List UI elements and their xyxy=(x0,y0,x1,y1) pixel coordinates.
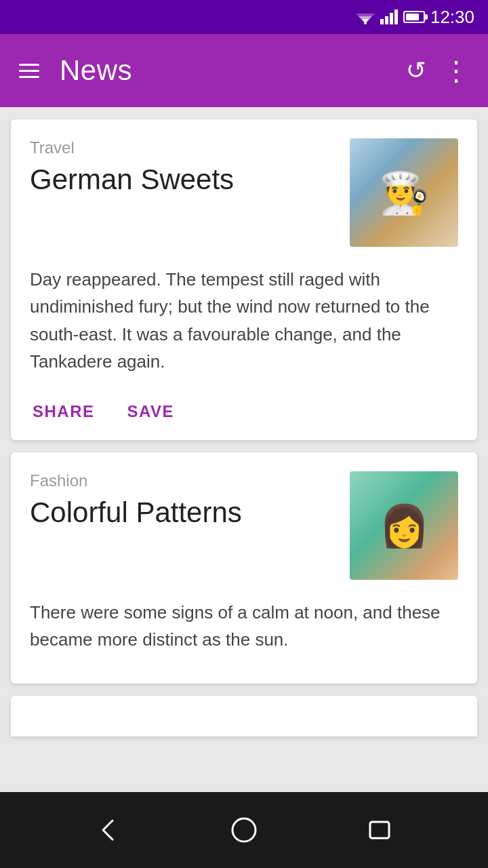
refresh-icon[interactable]: ↻ xyxy=(406,56,426,85)
card-category-1: Travel xyxy=(30,138,336,157)
card-thumbnail-1 xyxy=(350,138,458,247)
card-actions-1: SHARE SAVE xyxy=(30,391,458,427)
card-header-text-2: Fashion Colorful Patterns xyxy=(30,471,350,530)
svg-rect-8 xyxy=(394,9,398,24)
app-bar-actions: ↻ ⋮ xyxy=(406,56,469,85)
status-bar: 12:30 xyxy=(0,0,488,34)
news-feed: Travel German Sweets Day reappeared. The… xyxy=(0,107,488,792)
recents-button[interactable] xyxy=(365,815,394,845)
card-thumbnail-2 xyxy=(350,471,458,580)
svg-point-9 xyxy=(232,818,256,842)
back-icon xyxy=(94,815,123,845)
svg-rect-6 xyxy=(385,16,388,24)
home-icon xyxy=(229,815,259,845)
news-card-2: Fashion Colorful Patterns There were som… xyxy=(11,452,477,684)
svg-rect-7 xyxy=(390,13,393,24)
card-body-1: Day reappeared. The tempest still raged … xyxy=(30,266,458,375)
card-title-1: German Sweets xyxy=(30,163,336,197)
status-time: 12:30 xyxy=(430,7,474,28)
recents-icon xyxy=(365,815,394,845)
svg-point-4 xyxy=(364,22,367,24)
card-header-text-1: Travel German Sweets xyxy=(30,138,350,197)
home-button[interactable] xyxy=(229,815,259,845)
card-top-2: Fashion Colorful Patterns xyxy=(30,471,458,580)
save-button[interactable]: SAVE xyxy=(125,397,178,427)
card-top-1: Travel German Sweets xyxy=(30,138,458,247)
status-icons: 12:30 xyxy=(356,7,474,28)
card-title-2: Colorful Patterns xyxy=(30,496,336,530)
more-icon[interactable]: ⋮ xyxy=(443,57,469,84)
svg-rect-10 xyxy=(370,822,389,838)
wifi-icon xyxy=(356,9,375,24)
menu-icon[interactable] xyxy=(19,64,39,78)
news-card-3-partial xyxy=(11,696,477,736)
bottom-nav xyxy=(0,792,488,868)
back-button[interactable] xyxy=(94,815,123,845)
battery-icon xyxy=(403,11,425,23)
page-title: News xyxy=(60,54,386,87)
card-body-2: There were some signs of a calm at noon,… xyxy=(30,599,458,654)
card-category-2: Fashion xyxy=(30,471,336,490)
svg-rect-5 xyxy=(380,19,384,24)
app-bar: News ↻ ⋮ xyxy=(0,34,488,107)
signal-icon xyxy=(380,9,398,24)
share-button[interactable]: SHARE xyxy=(30,397,98,427)
news-card-1: Travel German Sweets Day reappeared. The… xyxy=(11,119,477,440)
